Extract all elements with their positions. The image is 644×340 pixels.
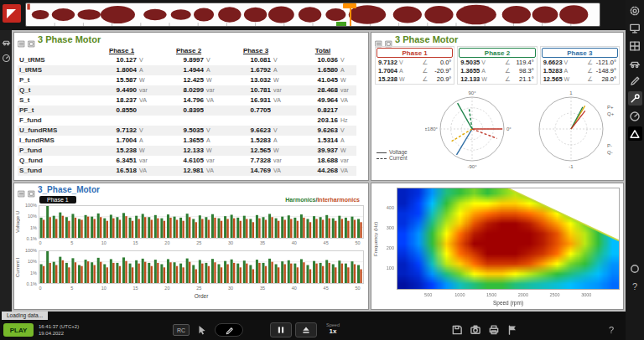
tools-icon[interactable]: [628, 91, 642, 106]
x-tick-label: 45: [321, 286, 331, 291]
cell-value: 7.7328: [222, 156, 271, 166]
panel-detach-icon[interactable]: [28, 36, 35, 44]
rc-button[interactable]: RC: [173, 324, 190, 336]
car-icon[interactable]: [628, 56, 642, 70]
annotation-tool-button[interactable]: [215, 323, 243, 337]
pointer-tool-icon[interactable]: [196, 324, 208, 336]
flag-icon[interactable]: [506, 324, 518, 336]
bottom-bar: PLAY 16:41:37 (UTC+2) 19.04.2022 RC Spee…: [0, 320, 626, 340]
panel-detach-icon[interactable]: [385, 36, 392, 44]
replay-speed-control[interactable]: Speed 1x: [322, 322, 344, 335]
cell-unit: W: [204, 146, 222, 156]
phase-card-title: Phase 3: [542, 48, 618, 58]
cell-unit: var: [271, 85, 289, 95]
gauge-icon[interactable]: [2, 53, 11, 62]
cell-value: [155, 116, 204, 126]
cell-unit: VA: [271, 95, 289, 106]
current-line-sample: [377, 158, 387, 159]
cell-unit: var: [204, 156, 222, 166]
pause-icon: [276, 325, 286, 335]
legend-current: Current: [389, 155, 408, 161]
pause-button[interactable]: [270, 322, 292, 337]
x-tick-label: 1000: [452, 292, 467, 297]
cell-unit: V: [338, 55, 356, 65]
harmonics-legend: Harmonics/Interharmonics: [285, 197, 360, 203]
svg-text:P+: P+: [607, 105, 614, 110]
phase-measurement: 9.7132V∠0.0°: [376, 59, 454, 67]
cell-unit: var: [137, 156, 155, 166]
x-tick-label: 10: [99, 240, 109, 245]
cell-unit: W: [137, 75, 155, 85]
phase-tab[interactable]: Phase 1: [39, 196, 76, 203]
cell-value: 41.045: [289, 75, 338, 85]
print-icon[interactable]: [488, 324, 500, 336]
cell-unit: [338, 106, 356, 116]
pen-icon[interactable]: [628, 74, 642, 88]
cell-unit: VA: [338, 166, 356, 176]
svg-text:?: ?: [632, 281, 637, 291]
cell-unit: A: [271, 136, 289, 146]
cell-value: 14.769: [222, 166, 271, 176]
monitor-icon[interactable]: [628, 21, 642, 35]
svg-text:Q+: Q+: [607, 111, 615, 116]
help-icon[interactable]: ?: [605, 324, 617, 336]
speed-value: 1x: [322, 327, 344, 335]
panel-title: 3 Phase Motor: [395, 34, 458, 44]
gauge-icon[interactable]: [628, 109, 642, 123]
cell-value: 0.8395: [155, 106, 204, 116]
cell-value: 13.032: [222, 75, 271, 85]
x-tick-label: 3000: [579, 292, 594, 297]
help-icon[interactable]: ?: [628, 279, 642, 293]
spectrogram-plot: [397, 188, 620, 290]
cell-unit: A: [338, 136, 356, 146]
delta-icon[interactable]: [628, 126, 642, 141]
play-button[interactable]: PLAY: [3, 323, 34, 337]
cell-value: 18.688: [289, 156, 338, 166]
cell-unit: W: [338, 146, 356, 156]
screenshot-icon[interactable]: [470, 324, 481, 336]
cell-unit: VA: [137, 95, 155, 106]
cell-value: 0.8217: [289, 106, 338, 116]
cell-unit: A: [338, 65, 356, 75]
x-tick-label: 15: [131, 240, 141, 245]
eject-button[interactable]: [295, 322, 317, 337]
panel-menu-icon[interactable]: [18, 186, 25, 193]
vector-legend: Voltage Current: [377, 149, 420, 161]
panel-measurements: 3 Phase Motor Phase 1Phase 2Phase 3Total…: [13, 32, 369, 181]
phase-measurement: 9.6623V∠-121.0°: [541, 59, 619, 67]
x-tick-label: 20: [162, 286, 172, 291]
panel-menu-icon[interactable]: [375, 36, 382, 44]
y-tick-label: 100%: [21, 203, 37, 208]
cell-unit: var: [204, 85, 222, 95]
cell-value: 15.587: [88, 75, 137, 85]
timeline-overview[interactable]: [25, 3, 600, 27]
row-label: U_fundRMS: [18, 126, 88, 136]
cell-unit: VA: [271, 166, 289, 176]
record-icon[interactable]: [628, 261, 642, 276]
timeline-cursor-handle[interactable]: [343, 3, 356, 8]
cell-unit: var: [137, 85, 155, 95]
legend-interharmonics: Interharmonics: [317, 197, 360, 203]
cell-unit: V: [271, 126, 289, 136]
voltage-harmonics-chart: [39, 205, 364, 239]
panel-menu-icon[interactable]: [18, 36, 25, 44]
save-icon[interactable]: [451, 324, 463, 336]
panel-detach-icon[interactable]: [28, 186, 35, 193]
top-bar: [0, 0, 626, 30]
x-tick-label: 10: [99, 286, 109, 291]
phase-measurement: 12.565W∠28.0°: [541, 75, 619, 84]
cell-value: 1.8004: [88, 65, 137, 75]
cell-value: 12.133: [155, 146, 204, 156]
svg-text:1: 1: [569, 90, 573, 95]
cell-value: 0.8550: [88, 106, 137, 116]
car-icon[interactable]: [2, 37, 11, 46]
gear-icon[interactable]: [628, 3, 642, 18]
column-header: Total: [289, 47, 356, 54]
app-logo[interactable]: [3, 4, 21, 23]
layout-icon[interactable]: [628, 39, 642, 53]
cell-value: 12.981: [155, 166, 204, 176]
phase-card-title: Phase 2: [459, 48, 535, 58]
cell-value: 9.6263: [289, 126, 338, 136]
cell-unit: V: [271, 55, 289, 65]
cell-value: 1.5283: [222, 136, 271, 146]
